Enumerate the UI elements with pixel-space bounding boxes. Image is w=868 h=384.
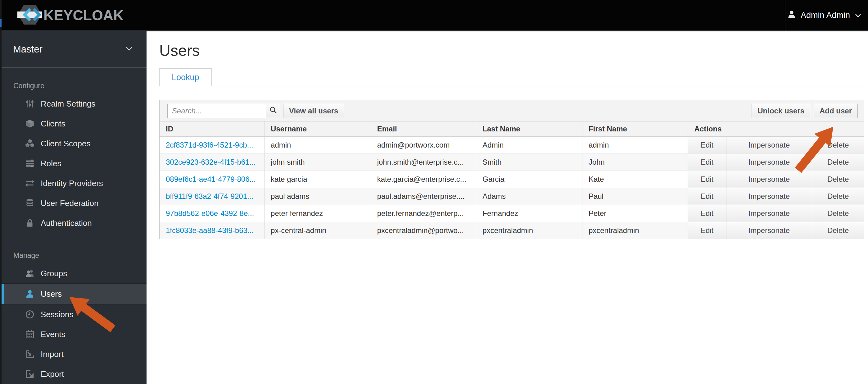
delete-action[interactable]: Delete	[812, 222, 864, 239]
sidebar-item-groups[interactable]: Groups	[0, 263, 147, 283]
topbar-divider	[785, 0, 785, 30]
sidebar-item-label: Export	[41, 370, 64, 379]
user-menu-label: Admin Admin	[801, 10, 850, 20]
search-group	[167, 104, 280, 118]
column-header-id: ID	[160, 121, 265, 137]
table-toolbar: View all users Unlock users Add user	[160, 100, 864, 121]
exchange-arrows-icon	[24, 178, 36, 189]
user-icon	[24, 288, 36, 299]
sliders-icon	[24, 98, 36, 109]
users-table: ID Username Email Last Name First Name A…	[160, 121, 864, 239]
chevron-down-icon	[125, 46, 133, 53]
unlock-users-button[interactable]: Unlock users	[752, 104, 810, 118]
impersonate-action[interactable]: Impersonate	[726, 205, 812, 222]
user-id-link[interactable]: 1fc8033e-aa88-43f9-b63...	[166, 226, 254, 235]
list-bars-icon	[24, 158, 36, 169]
firstname-cell: Paul	[582, 188, 688, 205]
edit-action[interactable]: Edit	[688, 188, 726, 205]
search-icon	[269, 106, 277, 116]
user-id-link[interactable]: 302ce923-632e-4f15-b61...	[166, 158, 256, 166]
sidebar: Master Configure	[0, 31, 147, 384]
chevron-down-icon	[854, 10, 862, 20]
sidebar-item-events[interactable]: Events	[0, 324, 147, 344]
keycloak-brand-link[interactable]: KEYCLOAK	[18, 4, 124, 27]
impersonate-action[interactable]: Impersonate	[726, 222, 812, 239]
sidebar-item-label: Groups	[41, 269, 67, 278]
sidebar-item-label: Users	[41, 289, 62, 299]
screen-edge-artifact	[0, 0, 2, 384]
user-menu[interactable]: Admin Admin	[787, 0, 862, 30]
delete-action[interactable]: Delete	[812, 188, 864, 205]
nav-section-label: Configure	[13, 81, 147, 90]
export-icon	[24, 368, 36, 380]
table-row: 302ce923-632e-4f15-b61... john smith joh…	[160, 153, 864, 171]
sidebar-item-export[interactable]: Export	[0, 364, 147, 384]
email-cell: peter.fernandez@enterp...	[371, 205, 476, 222]
sidebar-item-user-federation[interactable]: User Federation	[0, 193, 147, 213]
sidebar-item-sessions[interactable]: Sessions	[0, 304, 147, 324]
table-row: 089ef6c1-ae41-4779-806... kate garcia ka…	[160, 171, 864, 188]
delete-action[interactable]: Delete	[812, 205, 864, 222]
sidebar-item-label: Authentication	[41, 218, 92, 228]
column-header-firstname: First Name	[582, 121, 688, 137]
edit-action[interactable]: Edit	[688, 222, 726, 239]
column-header-email: Email	[371, 121, 476, 137]
lastname-cell: Garcia	[476, 171, 582, 188]
impersonate-action[interactable]: Impersonate	[726, 171, 812, 188]
lastname-cell: Adams	[476, 188, 582, 205]
delete-action[interactable]: Delete	[812, 137, 864, 153]
lock-icon	[24, 217, 36, 229]
table-row: bff911f9-63a2-4f74-9201... paul adams pa…	[160, 188, 864, 205]
clock-icon	[24, 309, 36, 320]
impersonate-action[interactable]: Impersonate	[726, 188, 812, 205]
edit-action[interactable]: Edit	[688, 205, 726, 222]
username-cell: kate garcia	[265, 171, 371, 188]
username-cell: admin	[265, 137, 371, 153]
delete-action[interactable]: Delete	[812, 153, 864, 171]
add-user-button[interactable]: Add user	[814, 104, 858, 118]
firstname-cell: Peter	[582, 205, 688, 222]
edit-action[interactable]: Edit	[688, 171, 726, 188]
keycloak-logo-icon	[18, 4, 42, 27]
nav-section-configure: Configure	[0, 81, 147, 233]
tab-lookup[interactable]: Lookup	[159, 68, 212, 86]
edit-action[interactable]: Edit	[688, 153, 726, 171]
column-header-username: Username	[265, 121, 371, 137]
topbar: KEYCLOAK Admin Admin	[0, 0, 868, 31]
sidebar-item-roles[interactable]: Roles	[0, 153, 147, 173]
column-header-lastname: Last Name	[476, 121, 582, 137]
brand-name: KEYCLOAK	[43, 7, 124, 24]
search-input[interactable]	[167, 104, 266, 118]
sidebar-item-label: Sessions	[41, 310, 73, 319]
nav-section-label: Manage	[13, 251, 147, 260]
table-header-row: ID Username Email Last Name First Name A…	[160, 121, 864, 137]
sidebar-item-clients[interactable]: Clients	[0, 114, 147, 134]
database-icon	[24, 198, 36, 209]
sidebar-item-client-scopes[interactable]: Client Scopes	[0, 134, 147, 153]
sidebar-item-authentication[interactable]: Authentication	[0, 213, 147, 233]
impersonate-action[interactable]: Impersonate	[726, 137, 812, 153]
email-cell: pxcentraladmin@portwo...	[371, 222, 476, 239]
view-all-users-button[interactable]: View all users	[283, 104, 344, 118]
sidebar-item-identity-providers[interactable]: Identity Providers	[0, 173, 147, 193]
main-content: Users Lookup View all	[147, 31, 868, 384]
sidebar-item-realm-settings[interactable]: Realm Settings	[0, 94, 147, 114]
username-cell: peter fernandez	[265, 205, 371, 222]
user-id-link[interactable]: bff911f9-63a2-4f74-9201...	[166, 192, 253, 200]
realm-selector[interactable]: Master	[0, 31, 147, 68]
firstname-cell: Kate	[582, 171, 688, 188]
column-header-actions: Actions	[688, 121, 864, 137]
search-button[interactable]	[266, 104, 280, 118]
sidebar-item-import[interactable]: Import	[0, 344, 147, 364]
user-id-link[interactable]: 97b8d562-e06e-4392-8e...	[166, 209, 254, 217]
user-id-link[interactable]: 089ef6c1-ae41-4779-806...	[166, 175, 256, 183]
firstname-cell: admin	[582, 137, 688, 153]
delete-action[interactable]: Delete	[812, 171, 864, 188]
sidebar-item-users[interactable]: Users	[0, 283, 147, 304]
tabbar: Lookup	[159, 68, 864, 86]
user-id-link[interactable]: 2cf8371d-93f6-4521-9cb...	[166, 141, 253, 149]
edit-action[interactable]: Edit	[688, 137, 726, 153]
impersonate-action[interactable]: Impersonate	[726, 153, 812, 171]
sidebar-item-label: Clients	[41, 119, 65, 129]
page-title: Users	[159, 40, 864, 61]
